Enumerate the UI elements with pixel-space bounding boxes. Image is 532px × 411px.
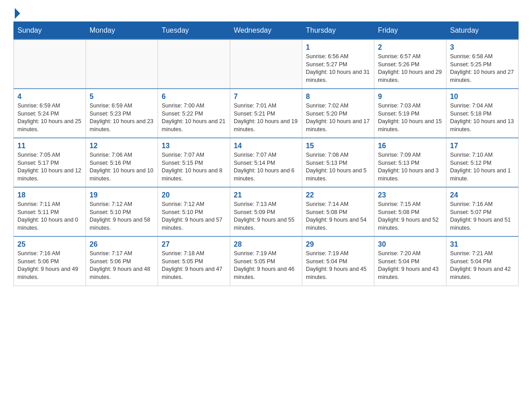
- day-number: 13: [162, 142, 226, 150]
- table-row: 20Sunrise: 7:12 AMSunset: 5:10 PMDayligh…: [158, 187, 230, 236]
- day-number: 21: [234, 191, 298, 199]
- day-info: Sunrise: 7:05 AMSunset: 5:17 PMDaylight:…: [17, 151, 82, 183]
- day-info: Sunrise: 7:11 AMSunset: 5:11 PMDaylight:…: [17, 201, 82, 232]
- table-row: [158, 39, 230, 89]
- table-row: 29Sunrise: 7:19 AMSunset: 5:04 PMDayligh…: [302, 236, 374, 286]
- table-row: [230, 39, 302, 89]
- header-tuesday: Tuesday: [158, 22, 230, 40]
- day-number: 15: [306, 142, 370, 150]
- table-row: [86, 39, 158, 89]
- day-number: 5: [90, 93, 154, 101]
- day-info: Sunrise: 7:12 AMSunset: 5:10 PMDaylight:…: [162, 201, 226, 232]
- day-number: 10: [450, 93, 515, 101]
- calendar-table: Sunday Monday Tuesday Wednesday Thursday…: [13, 21, 519, 286]
- table-row: 10Sunrise: 7:04 AMSunset: 5:18 PMDayligh…: [446, 89, 519, 138]
- day-info: Sunrise: 6:58 AMSunset: 5:25 PMDaylight:…: [450, 53, 515, 84]
- day-number: 12: [90, 142, 154, 150]
- calendar-week-row: 11Sunrise: 7:05 AMSunset: 5:17 PMDayligh…: [14, 138, 519, 187]
- logo-triangle-icon: [15, 8, 20, 19]
- day-info: Sunrise: 7:00 AMSunset: 5:22 PMDaylight:…: [162, 102, 226, 133]
- header-thursday: Thursday: [302, 22, 374, 40]
- table-row: 19Sunrise: 7:12 AMSunset: 5:10 PMDayligh…: [86, 187, 158, 236]
- calendar-week-row: 18Sunrise: 7:11 AMSunset: 5:11 PMDayligh…: [14, 187, 519, 236]
- table-row: 15Sunrise: 7:08 AMSunset: 5:13 PMDayligh…: [302, 138, 374, 187]
- day-number: 14: [234, 142, 298, 150]
- table-row: 25Sunrise: 7:16 AMSunset: 5:06 PMDayligh…: [14, 236, 86, 286]
- table-row: 12Sunrise: 7:06 AMSunset: 5:16 PMDayligh…: [86, 138, 158, 187]
- day-number: 7: [234, 93, 298, 101]
- day-info: Sunrise: 7:10 AMSunset: 5:12 PMDaylight:…: [450, 151, 515, 183]
- table-row: 24Sunrise: 7:16 AMSunset: 5:07 PMDayligh…: [446, 187, 519, 236]
- table-row: 28Sunrise: 7:19 AMSunset: 5:05 PMDayligh…: [230, 236, 302, 286]
- day-number: 29: [306, 240, 370, 248]
- day-info: Sunrise: 7:14 AMSunset: 5:08 PMDaylight:…: [306, 201, 370, 232]
- day-number: 18: [17, 191, 82, 199]
- table-row: 6Sunrise: 7:00 AMSunset: 5:22 PMDaylight…: [158, 89, 230, 138]
- day-info: Sunrise: 7:09 AMSunset: 5:13 PMDaylight:…: [378, 151, 442, 183]
- day-number: 23: [378, 191, 442, 199]
- day-number: 2: [378, 43, 442, 51]
- day-number: 3: [450, 43, 515, 51]
- table-row: 1Sunrise: 6:56 AMSunset: 5:27 PMDaylight…: [302, 39, 374, 89]
- header-saturday: Saturday: [446, 22, 519, 40]
- day-info: Sunrise: 6:56 AMSunset: 5:27 PMDaylight:…: [306, 53, 370, 84]
- table-row: 18Sunrise: 7:11 AMSunset: 5:11 PMDayligh…: [14, 187, 86, 236]
- table-row: 16Sunrise: 7:09 AMSunset: 5:13 PMDayligh…: [374, 138, 446, 187]
- day-number: 19: [90, 191, 154, 199]
- day-number: 31: [450, 240, 515, 248]
- day-info: Sunrise: 7:17 AMSunset: 5:06 PMDaylight:…: [90, 250, 154, 281]
- header-sunday: Sunday: [14, 22, 86, 40]
- day-number: 4: [17, 93, 82, 101]
- day-info: Sunrise: 7:19 AMSunset: 5:05 PMDaylight:…: [234, 250, 298, 281]
- day-info: Sunrise: 7:01 AMSunset: 5:21 PMDaylight:…: [234, 102, 298, 133]
- header-friday: Friday: [374, 22, 446, 40]
- day-number: 25: [17, 240, 82, 248]
- calendar-week-row: 4Sunrise: 6:59 AMSunset: 5:24 PMDaylight…: [14, 89, 519, 138]
- table-row: 9Sunrise: 7:03 AMSunset: 5:19 PMDaylight…: [374, 89, 446, 138]
- day-number: 17: [450, 142, 515, 150]
- day-info: Sunrise: 7:03 AMSunset: 5:19 PMDaylight:…: [378, 102, 442, 133]
- day-info: Sunrise: 7:16 AMSunset: 5:06 PMDaylight:…: [17, 250, 82, 281]
- day-info: Sunrise: 6:59 AMSunset: 5:23 PMDaylight:…: [90, 102, 154, 133]
- day-number: 11: [17, 142, 82, 150]
- table-row: 22Sunrise: 7:14 AMSunset: 5:08 PMDayligh…: [302, 187, 374, 236]
- table-row: 7Sunrise: 7:01 AMSunset: 5:21 PMDaylight…: [230, 89, 302, 138]
- day-number: 22: [306, 191, 370, 199]
- table-row: 5Sunrise: 6:59 AMSunset: 5:23 PMDaylight…: [86, 89, 158, 138]
- day-info: Sunrise: 7:15 AMSunset: 5:08 PMDaylight:…: [378, 201, 442, 232]
- day-info: Sunrise: 7:21 AMSunset: 5:04 PMDaylight:…: [450, 250, 515, 281]
- day-number: 6: [162, 93, 226, 101]
- day-info: Sunrise: 6:57 AMSunset: 5:26 PMDaylight:…: [378, 53, 442, 84]
- header-monday: Monday: [86, 22, 158, 40]
- table-row: 26Sunrise: 7:17 AMSunset: 5:06 PMDayligh…: [86, 236, 158, 286]
- day-number: 20: [162, 191, 226, 199]
- calendar-header-row: Sunday Monday Tuesday Wednesday Thursday…: [14, 22, 519, 40]
- day-info: Sunrise: 7:07 AMSunset: 5:15 PMDaylight:…: [162, 151, 226, 183]
- header-wednesday: Wednesday: [230, 22, 302, 40]
- table-row: 21Sunrise: 7:13 AMSunset: 5:09 PMDayligh…: [230, 187, 302, 236]
- table-row: 4Sunrise: 6:59 AMSunset: 5:24 PMDaylight…: [14, 89, 86, 138]
- day-info: Sunrise: 7:12 AMSunset: 5:10 PMDaylight:…: [90, 201, 154, 232]
- table-row: 14Sunrise: 7:07 AMSunset: 5:14 PMDayligh…: [230, 138, 302, 187]
- day-number: 24: [450, 191, 515, 199]
- table-row: 13Sunrise: 7:07 AMSunset: 5:15 PMDayligh…: [158, 138, 230, 187]
- page-header: [13, 9, 519, 17]
- table-row: 3Sunrise: 6:58 AMSunset: 5:25 PMDaylight…: [446, 39, 519, 89]
- table-row: 30Sunrise: 7:20 AMSunset: 5:04 PMDayligh…: [374, 236, 446, 286]
- day-info: Sunrise: 7:13 AMSunset: 5:09 PMDaylight:…: [234, 201, 298, 232]
- day-info: Sunrise: 7:04 AMSunset: 5:18 PMDaylight:…: [450, 102, 515, 133]
- day-info: Sunrise: 7:06 AMSunset: 5:16 PMDaylight:…: [90, 151, 154, 183]
- day-number: 9: [378, 93, 442, 101]
- day-info: Sunrise: 7:07 AMSunset: 5:14 PMDaylight:…: [234, 151, 298, 183]
- table-row: [14, 39, 86, 89]
- table-row: 8Sunrise: 7:02 AMSunset: 5:20 PMDaylight…: [302, 89, 374, 138]
- day-number: 16: [378, 142, 442, 150]
- day-info: Sunrise: 7:18 AMSunset: 5:05 PMDaylight:…: [162, 250, 226, 281]
- table-row: 31Sunrise: 7:21 AMSunset: 5:04 PMDayligh…: [446, 236, 519, 286]
- table-row: 17Sunrise: 7:10 AMSunset: 5:12 PMDayligh…: [446, 138, 519, 187]
- table-row: 11Sunrise: 7:05 AMSunset: 5:17 PMDayligh…: [14, 138, 86, 187]
- calendar-week-row: 25Sunrise: 7:16 AMSunset: 5:06 PMDayligh…: [14, 236, 519, 286]
- day-number: 8: [306, 93, 370, 101]
- day-number: 1: [306, 43, 370, 51]
- table-row: 23Sunrise: 7:15 AMSunset: 5:08 PMDayligh…: [374, 187, 446, 236]
